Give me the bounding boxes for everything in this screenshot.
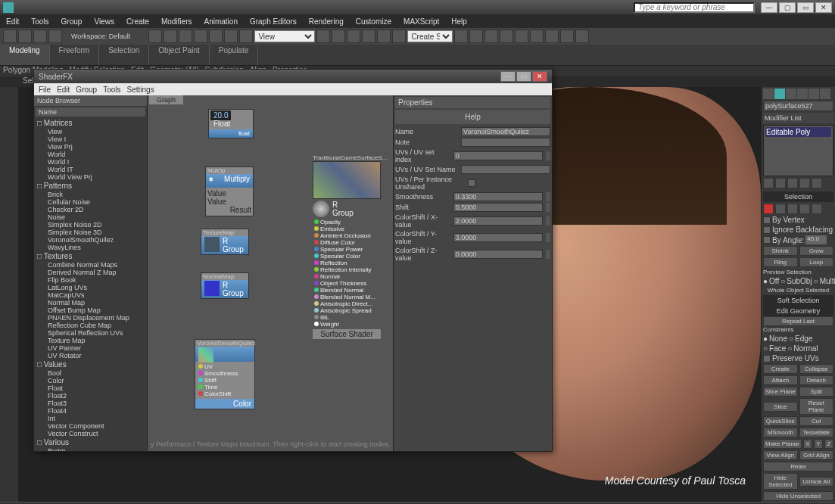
spinner-icon[interactable]	[546, 192, 550, 201]
menu-animation[interactable]: Animation	[201, 17, 240, 26]
tree-item[interactable]: Float	[36, 384, 145, 392]
material-editor-button[interactable]	[530, 30, 544, 43]
tree-category[interactable]: □ Patterns	[36, 181, 145, 191]
percent-snap-button[interactable]	[362, 30, 375, 43]
slice-button[interactable]: Slice	[763, 402, 798, 412]
preserve-uvs-checkbox[interactable]	[763, 355, 771, 362]
unhide-all-button[interactable]: Unhide All	[799, 477, 834, 487]
prop-input[interactable]	[453, 250, 543, 259]
prop-input[interactable]	[461, 165, 550, 174]
hierarchy-tab-icon[interactable]	[786, 89, 796, 99]
mirror-button[interactable]	[454, 30, 468, 43]
tree-category[interactable]: □ Values	[36, 359, 145, 369]
collapse-button[interactable]: Collapse	[799, 364, 834, 374]
menu-maxscript[interactable]: MAXScript	[400, 17, 442, 26]
menu-create[interactable]: Create	[123, 17, 152, 26]
vertex-subobj-icon[interactable]	[763, 204, 774, 214]
tree-item[interactable]: Checker 2D	[36, 206, 145, 213]
tree-item[interactable]: Color	[36, 377, 145, 384]
preview-subobj-radio[interactable]: ○	[780, 277, 785, 285]
create-tab-icon[interactable]	[763, 89, 774, 99]
align-button[interactable]	[469, 30, 483, 43]
prop-input[interactable]	[453, 151, 543, 160]
constraint-edge-radio[interactable]: ○	[789, 334, 793, 343]
menu-customize[interactable]: Customize	[353, 17, 394, 26]
scale-button[interactable]	[239, 30, 253, 43]
tree-item[interactable]: Offset Bump Map	[36, 306, 145, 314]
remove-modifier-icon[interactable]	[799, 178, 810, 188]
tree-item[interactable]: Texture Map	[36, 337, 145, 344]
msmooth-button[interactable]: MSmooth	[763, 428, 798, 437]
reset-plane-button[interactable]: Reset Plane	[799, 398, 834, 415]
tree-item[interactable]: Bool	[36, 369, 145, 377]
tree-item[interactable]: View I	[36, 135, 145, 143]
tree-item[interactable]: Spherical Reflection UVs	[36, 329, 145, 337]
tree-item[interactable]: Normal Map	[36, 299, 145, 306]
tree-item[interactable]: LatLong UVs	[36, 284, 145, 291]
minimize-icon[interactable]: —	[761, 2, 777, 13]
sfx-menu-group[interactable]: Group	[76, 86, 97, 94]
polygon-subobj-icon[interactable]	[799, 204, 810, 214]
angle-snap-button[interactable]	[347, 30, 360, 43]
slice-plane-button[interactable]: Slice Plane	[763, 387, 798, 397]
tree-item[interactable]: World View Prj	[36, 173, 145, 181]
tessellate-button[interactable]: Tessellate	[799, 428, 834, 437]
relax-button[interactable]: Relax	[763, 462, 833, 471]
spinner-icon[interactable]	[546, 233, 550, 242]
menu-rendering[interactable]: Rendering	[306, 17, 347, 26]
element-subobj-icon[interactable]	[812, 204, 822, 214]
node-float-const[interactable]: 20.0 Float float	[208, 109, 254, 138]
tree-item[interactable]: UV Panner	[36, 344, 145, 352]
prop-input[interactable]	[461, 127, 550, 136]
graph-tab[interactable]: Graph	[149, 95, 183, 104]
tree-item[interactable]: World	[36, 151, 145, 158]
ribbon-tab-object-paint[interactable]: Object Paint	[149, 45, 209, 65]
ribbon-tab-modeling[interactable]: Modeling	[0, 45, 50, 65]
menu-edit[interactable]: Edit	[3, 17, 22, 26]
ribbon-tab-populate[interactable]: Populate	[210, 45, 258, 65]
node-texturemap[interactable]: TextureMap RGroup	[201, 229, 249, 255]
tree-item[interactable]: View	[36, 128, 145, 135]
create-button[interactable]: Create	[763, 364, 798, 374]
tree-category[interactable]: □ Matrices	[36, 118, 145, 128]
node-normalmap[interactable]: NormalMap RGroup	[201, 272, 249, 299]
shrink-button[interactable]: Shrink	[763, 246, 798, 256]
select-button[interactable]	[148, 30, 162, 43]
configure-sets-icon[interactable]	[812, 178, 822, 188]
tree-item[interactable]: View Prj	[36, 143, 145, 151]
menu-views[interactable]: Views	[91, 17, 117, 26]
spinner-icon[interactable]	[546, 216, 550, 226]
coord-system-dropdown[interactable]: View	[254, 30, 315, 42]
prop-input[interactable]	[453, 216, 543, 226]
menu-graph-editors[interactable]: Graph Editors	[247, 17, 300, 26]
tree-item[interactable]: Float3	[36, 400, 145, 407]
soft-selection-rollout[interactable]: Soft Selection	[763, 295, 833, 306]
node-surface-shader[interactable]: TraditionalGameSurfaceS... RGroup Opacit…	[313, 154, 381, 339]
named-selection-button[interactable]	[392, 30, 406, 43]
make-planar-button[interactable]: Make Planar	[763, 439, 802, 449]
planar-x-button[interactable]: X	[803, 439, 812, 449]
tree-item[interactable]: Cellular Noise	[36, 198, 145, 206]
tree-item[interactable]: MatCapUVs	[36, 291, 145, 299]
layers-button[interactable]	[484, 30, 498, 43]
prop-input[interactable]	[453, 192, 543, 201]
prop-checkbox[interactable]	[468, 179, 475, 187]
tree-item[interactable]: Int	[36, 415, 145, 422]
shader-graph[interactable]: Graph 20.0 Float float MulOp *Multiply V…	[148, 95, 393, 451]
display-tab-icon[interactable]	[809, 89, 819, 99]
edge-subobj-icon[interactable]	[775, 204, 786, 214]
by-vertex-checkbox[interactable]	[763, 216, 771, 224]
close-icon[interactable]: ✕	[815, 2, 832, 13]
view-align-button[interactable]: View Align	[763, 450, 798, 460]
repeat-last-button[interactable]: Repeat Last	[763, 316, 833, 326]
sfx-menu-edit[interactable]: Edit	[57, 86, 70, 94]
border-subobj-icon[interactable]	[787, 204, 798, 214]
prop-input[interactable]	[461, 138, 550, 147]
render-frame-button[interactable]	[560, 30, 574, 43]
pivot-button[interactable]	[316, 30, 330, 43]
tree-category[interactable]: □ Various	[36, 437, 145, 447]
tree-item[interactable]: Brick	[36, 191, 145, 198]
by-angle-checkbox[interactable]	[763, 236, 771, 244]
sfx-menu-tools[interactable]: Tools	[103, 86, 120, 94]
grow-button[interactable]: Grow	[799, 246, 834, 256]
